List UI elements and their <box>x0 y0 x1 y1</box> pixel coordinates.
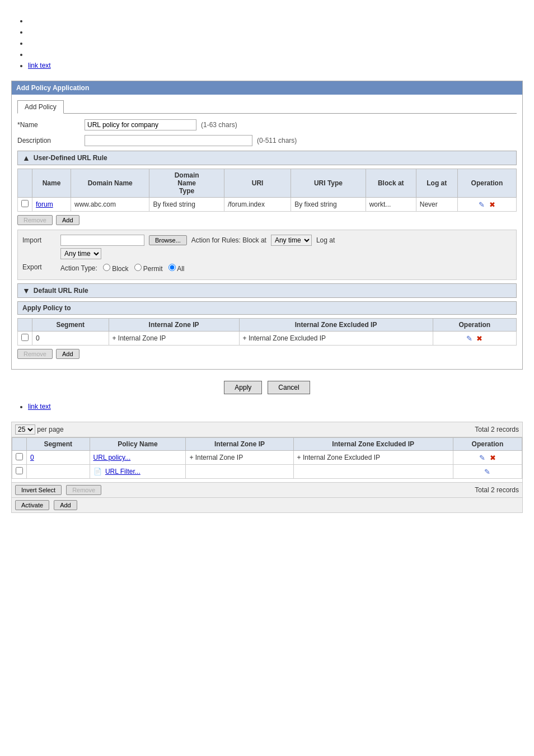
bt-segment-1[interactable]: 0 <box>30 454 34 461</box>
activate-row: Activate Add <box>11 498 523 513</box>
import-file-input[interactable] <box>60 235 144 246</box>
bt-edit-icon-2[interactable]: ✎ <box>484 468 490 476</box>
apply-row-checkbox[interactable] <box>21 334 29 341</box>
apply-delete-icon[interactable]: ✖ <box>476 334 483 343</box>
row-uri-1: /forum.index <box>224 198 291 212</box>
bt-row-1: 0 URL policy... + Internal Zone IP + Int… <box>12 451 522 465</box>
per-page-container: 25 per page <box>15 424 64 435</box>
bt-col-check <box>12 438 27 451</box>
bt-internal-ip-2 <box>186 465 293 479</box>
apply-col-internal-zone-ip: Internal Zone IP <box>109 319 239 332</box>
bt-segment-2 <box>27 465 90 479</box>
activate-btn[interactable]: Activate <box>15 500 49 510</box>
bt-col-excluded-ip: Internal Zone Excluded IP <box>293 438 453 451</box>
bt-col-internal-zone-ip: Internal Zone IP <box>186 438 293 451</box>
col-name: Name <box>32 169 71 198</box>
row-checkbox-1[interactable] <box>21 200 29 207</box>
total-records-top: Total 2 records <box>475 426 519 433</box>
radio-permit-label[interactable]: Permit <box>134 264 163 273</box>
apply-col-excluded-ip: Internal Zone Excluded IP <box>239 319 433 332</box>
description-row: Description (0-511 chars) <box>17 135 517 146</box>
apply-add-btn[interactable]: Add <box>56 349 79 359</box>
default-url-section-header[interactable]: ▼ Default URL Rule <box>17 283 517 298</box>
description-label: Description <box>17 137 85 144</box>
per-page-label: per page <box>37 426 63 433</box>
apply-internal-zone-ip: + Internal Zone IP <box>109 332 239 346</box>
add-policy-panel: Add Policy Application Add Policy *Name … <box>11 81 523 370</box>
import-label: Import <box>22 236 56 244</box>
bullet-1 <box>28 17 523 25</box>
bt-col-operation: Operation <box>453 438 522 451</box>
bottom-section: 25 per page Total 2 records Segment Poli… <box>11 422 523 513</box>
url-rule-toggle-icon: ▲ <box>22 153 30 162</box>
action-for-rules-label: Action for Rules: Block at <box>191 236 266 244</box>
action-time-select[interactable]: Any time <box>271 235 312 246</box>
bt-row2-checkbox[interactable] <box>16 467 23 474</box>
url-rule-add-btn[interactable]: Add <box>56 215 79 225</box>
any-time-select[interactable]: Any time <box>60 248 101 259</box>
apply-table-row: 0 + Internal Zone IP + Internal Zone Exc… <box>18 332 517 346</box>
apply-button[interactable]: Apply <box>224 381 262 394</box>
export-label: Export <box>22 263 56 271</box>
delete-icon-1[interactable]: ✖ <box>489 200 495 209</box>
name-input[interactable] <box>85 119 196 130</box>
apply-segment: 0 <box>32 332 109 346</box>
bt-row-2: 📄 URL Filter... ✎ <box>12 465 522 479</box>
bullet-5: link text <box>28 62 523 69</box>
bt-internal-ip-1: + Internal Zone IP <box>186 451 293 465</box>
bt-policy-name-2[interactable]: URL Filter... <box>105 468 140 475</box>
invert-row: Invert Select Remove Total 2 records <box>11 483 523 498</box>
invert-left: Invert Select Remove <box>15 485 101 495</box>
browse-btn[interactable]: Browse... <box>149 235 187 245</box>
table-row: forum www.abc.com By fixed string /forum… <box>18 198 517 212</box>
bt-col-policy-name: Policy Name <box>90 438 186 451</box>
any-time-row: Any time <box>22 248 512 259</box>
per-page-select[interactable]: 25 <box>15 424 35 435</box>
radio-all-label[interactable]: All <box>168 264 185 273</box>
bottom-bullet-link[interactable]: link text <box>28 403 51 410</box>
apply-col-check <box>18 319 32 332</box>
bt-col-segment: Segment <box>27 438 90 451</box>
url-rule-actions: Remove Add <box>17 215 517 225</box>
url-filter-icon: 📄 <box>93 468 102 475</box>
radio-permit[interactable] <box>134 264 142 271</box>
radio-block[interactable] <box>103 264 110 271</box>
bt-excluded-ip-1: + Internal Zone Excluded IP <box>293 451 453 465</box>
bullet-3 <box>28 39 523 47</box>
url-rule-section-title: User-Defined URL Rule <box>34 154 107 162</box>
url-rule-remove-btn[interactable]: Remove <box>17 215 53 225</box>
tab-add-policy[interactable]: Add Policy <box>17 100 64 114</box>
name-label: *Name <box>17 121 85 129</box>
apply-excluded-ip: + Internal Zone Excluded IP <box>239 332 433 346</box>
bt-excluded-ip-2 <box>293 465 453 479</box>
row-domain-1: www.abc.com <box>71 198 149 212</box>
default-url-section-title: Default URL Rule <box>34 287 88 295</box>
bottom-table-wrapper: Segment Policy Name Internal Zone IP Int… <box>11 437 523 483</box>
edit-icon-1[interactable]: ✎ <box>479 200 485 209</box>
radio-block-label[interactable]: Block <box>103 264 129 273</box>
bt-policy-name-1[interactable]: URL policy... <box>93 454 131 461</box>
bt-delete-icon-1[interactable]: ✖ <box>490 454 496 462</box>
col-uri: URI <box>224 169 291 198</box>
import-export-area: Import Browse... Action for Rules: Block… <box>17 230 517 280</box>
col-domain-name: Domain Name <box>71 169 149 198</box>
bottom-remove-btn[interactable]: Remove <box>66 485 101 495</box>
bullet-5-link[interactable]: link text <box>28 62 51 69</box>
export-row: Export Action Type: Block Permit All <box>22 262 512 273</box>
action-type-label: Action Type: <box>60 264 97 272</box>
apply-remove-btn[interactable]: Remove <box>17 349 53 359</box>
bullet-4 <box>28 50 523 58</box>
bt-edit-icon-1[interactable]: ✎ <box>479 454 485 462</box>
cancel-button[interactable]: Cancel <box>268 381 310 394</box>
panel-header: Add Policy Application <box>12 81 522 95</box>
bottom-table: Segment Policy Name Internal Zone IP Int… <box>12 437 522 479</box>
invert-select-btn[interactable]: Invert Select <box>15 485 62 495</box>
description-input[interactable] <box>85 135 252 146</box>
radio-all[interactable] <box>168 264 176 271</box>
url-rule-section-header[interactable]: ▲ User-Defined URL Rule <box>17 151 517 165</box>
bt-row1-checkbox[interactable] <box>16 453 23 460</box>
row-name-1[interactable]: forum <box>36 200 53 208</box>
apply-edit-icon[interactable]: ✎ <box>466 334 472 343</box>
bottom-add-btn[interactable]: Add <box>54 500 77 510</box>
apply-policy-table: Segment Internal Zone IP Internal Zone E… <box>17 318 517 346</box>
